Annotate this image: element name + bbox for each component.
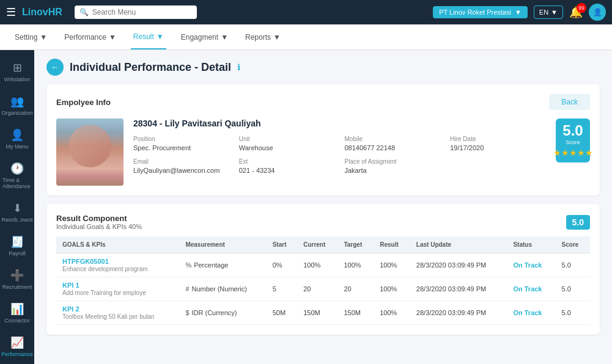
- language-label: EN: [539, 9, 548, 16]
- mobile-label: Mobile: [345, 136, 441, 142]
- wrkstation-label: Wrkstation: [4, 76, 30, 82]
- employee-stars: ★★★★★: [553, 148, 593, 158]
- mobile-field: Mobile 08140677 22148: [345, 136, 441, 152]
- search-icon: 🔍: [79, 8, 89, 16]
- notifications-button[interactable]: 🔔 99: [569, 5, 583, 19]
- cell-measurement-2: $IDR (Currency): [179, 301, 266, 325]
- main-layout: ⊞ Wrkstation 👥 Organization 👤 My Menu 🕐 …: [0, 50, 612, 364]
- search-bar: 🔍: [75, 5, 197, 19]
- sidebar: ⊞ Wrkstation 👥 Organization 👤 My Menu 🕐 …: [0, 50, 34, 364]
- position-value: Spec. Procurement: [133, 144, 191, 151]
- employee-info-card: Empolyee Info Back 28304 - Lily Pavitasa…: [46, 84, 600, 195]
- page-title: Individual Performance - Detail: [70, 61, 231, 74]
- cell-start-0: 0%: [267, 253, 298, 277]
- sidebar-item-performance[interactable]: 📈 Performance: [0, 331, 34, 362]
- cell-goals-kpis-2: KPI 2 Toolbox Meeting 50 Kali per bulan: [56, 301, 179, 325]
- table-row: KPI 1 Add more Training for employe #Num…: [56, 277, 590, 301]
- position-field: Position Spec. Procurement: [133, 136, 229, 152]
- performance-label: Performance: [64, 33, 106, 42]
- reimbursement-icon: ⬇: [13, 202, 22, 215]
- result-component-header: Result Component Individual Goals & KPIs…: [56, 214, 590, 230]
- employee-photo: [56, 118, 124, 186]
- sidebar-item-mymenu[interactable]: 👤 My Menu: [0, 123, 34, 155]
- company-name: PT Linov Roket Prestasi: [439, 9, 511, 16]
- col-measurement: Measurement: [179, 236, 266, 253]
- hamburger-icon[interactable]: ☰: [6, 5, 16, 19]
- organization-icon: 👥: [10, 95, 24, 108]
- reports-dropdown-icon: ▼: [273, 33, 281, 42]
- performance-sidebar-icon: 📈: [10, 336, 24, 349]
- nav-result[interactable]: Result ▼: [131, 24, 166, 49]
- col-target: Target: [337, 236, 374, 253]
- sidebar-item-recruitment[interactable]: ➕ Recruitment: [0, 264, 34, 295]
- user-avatar[interactable]: 👤: [589, 4, 606, 21]
- employee-score-label: Score: [566, 139, 580, 145]
- cell-current-0: 100%: [297, 253, 337, 277]
- hire-date-value: 19/17/2020: [450, 144, 484, 151]
- employee-name: 28304 - Lily Pavitasari Qauliyah: [133, 118, 546, 128]
- cell-goals-kpis-1: KPI 1 Add more Training for employe: [56, 277, 179, 301]
- sidebar-item-wrkstation[interactable]: ⊞ Wrkstation: [0, 56, 34, 87]
- position-label: Position: [133, 136, 229, 142]
- wrkstation-icon: ⊞: [13, 61, 22, 75]
- nav-setting[interactable]: Setting ▼: [12, 24, 50, 49]
- employee-section-title: Empolyee Info: [56, 98, 111, 107]
- cell-measurement-1: #Number (Numeric): [179, 277, 266, 301]
- back-button[interactable]: Back: [549, 94, 590, 110]
- cell-result-1: 100%: [374, 277, 410, 301]
- avatar-icon: 👤: [593, 8, 602, 16]
- kpi-link-0[interactable]: HTPFGK05001: [62, 258, 109, 265]
- col-current: Current: [297, 236, 337, 253]
- kpi-link-1[interactable]: KPI 1: [62, 282, 79, 289]
- lang-dropdown-icon: ▼: [551, 9, 558, 16]
- nav-engagment[interactable]: Engagment ▼: [179, 24, 230, 49]
- cell-score-1: 5.0: [556, 277, 590, 301]
- cell-target-0: 100%: [337, 253, 374, 277]
- employee-section-header: Empolyee Info Back: [56, 94, 590, 110]
- result-component-card: Result Component Individual Goals & KPIs…: [46, 204, 600, 335]
- sidebar-item-connector[interactable]: 📊 Connector: [0, 297, 34, 329]
- company-selector[interactable]: PT Linov Roket Prestasi ▼: [433, 6, 528, 18]
- kpi-subtext-2: Toolbox Meeting 50 Kali per bulan: [62, 313, 155, 320]
- ext-field: Ext 021 - 43234: [239, 158, 335, 175]
- cell-last-update-0: 28/3/2020 03:09:49 PM: [410, 253, 507, 277]
- nav-reports[interactable]: Reports ▼: [243, 24, 283, 49]
- unit-value: Warehouse: [239, 144, 273, 151]
- app-logo: LinovHR: [22, 7, 62, 18]
- sidebar-item-reimbursement[interactable]: ⬇ Reimb..ment: [0, 197, 34, 228]
- unit-label: Unit: [239, 136, 335, 142]
- employee-score-number: 5.0: [562, 123, 583, 138]
- organization-label: Organization: [1, 110, 32, 116]
- kpi-subtext-1: Add more Training for employe: [62, 289, 146, 296]
- cell-measurement-0: %Percentage: [179, 253, 266, 277]
- email-value: LilyQauliyan@lawencon.com: [133, 167, 219, 174]
- connector-label: Connector: [4, 318, 30, 324]
- sidebar-item-payroll[interactable]: 🧾 Payroll: [0, 230, 34, 261]
- info-icon[interactable]: ℹ: [237, 62, 240, 72]
- reports-label: Reports: [245, 33, 271, 42]
- performance-sidebar-label: Performance: [1, 351, 33, 357]
- kpi-table: GOALS & KPIs Measurement Start Current T…: [56, 236, 590, 325]
- search-input[interactable]: [92, 8, 192, 16]
- cell-status-2: On Track: [507, 301, 555, 325]
- mymenu-label: My Menu: [6, 144, 28, 150]
- sidebar-item-time[interactable]: 🕐 Time & Attendance: [0, 157, 34, 194]
- measure-icon-2: $: [185, 309, 189, 316]
- ext-value: 021 - 43234: [239, 167, 275, 174]
- language-selector[interactable]: EN ▼: [534, 5, 563, 19]
- status-badge-1: On Track: [513, 285, 542, 293]
- back-arrow-button[interactable]: ←: [46, 59, 64, 76]
- cell-start-1: 5: [267, 277, 298, 301]
- employee-score-box: 5.0 Score ★★★★★: [556, 118, 590, 162]
- col-start: Start: [267, 236, 298, 253]
- ext-label: Ext: [239, 158, 335, 165]
- recruitment-icon: ➕: [10, 269, 24, 282]
- sidebar-item-organization[interactable]: 👥 Organization: [0, 90, 34, 121]
- cell-score-0: 5.0: [556, 253, 590, 277]
- result-component-titles: Result Component Individual Goals & KPIs…: [56, 214, 142, 230]
- result-label: Result: [133, 32, 154, 41]
- nav-performance[interactable]: Performance ▼: [62, 24, 119, 49]
- kpi-link-2[interactable]: KPI 2: [62, 305, 79, 313]
- col-last-update: Last Update: [410, 236, 507, 253]
- setting-label: Setting: [15, 33, 37, 42]
